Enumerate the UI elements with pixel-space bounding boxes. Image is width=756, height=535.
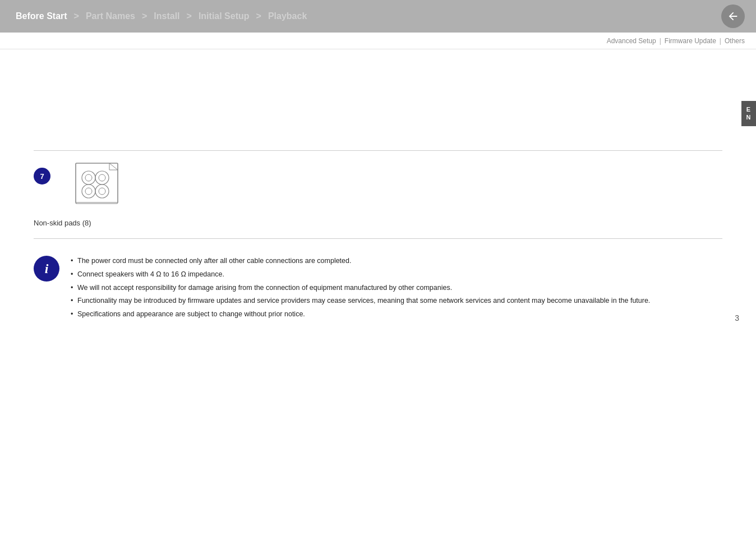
nav-before-start[interactable]: Before Start xyxy=(11,11,72,21)
item-label: Non-skid pads (8) xyxy=(34,219,123,227)
nav-install[interactable]: Install xyxy=(149,11,184,21)
secondary-nav-sep-3: | xyxy=(720,37,721,45)
item-number: 7 xyxy=(34,168,50,185)
info-section: i The power cord must be connected only … xyxy=(34,256,722,322)
secondary-nav-item-4[interactable]: Others xyxy=(725,37,745,45)
secondary-nav-item-2[interactable]: Firmware Update xyxy=(665,37,716,45)
info-bullet-2: Connect speakers with 4 Ω to 16 Ω impeda… xyxy=(71,269,650,280)
nav-arrow-1: > xyxy=(74,11,79,21)
info-bullet-1: The power cord must be connected only af… xyxy=(71,256,650,266)
info-list: The power cord must be connected only af… xyxy=(71,256,650,322)
item-row-top: 7 xyxy=(34,162,123,210)
non-skid-pads-illustration xyxy=(73,162,123,208)
info-icon: i xyxy=(34,256,59,282)
item-row: 7 xyxy=(34,150,722,239)
info-bullet-3: We will not accept responsibility for da… xyxy=(71,283,650,293)
top-navigation: Before Start > Part Names > Install > In… xyxy=(0,0,756,33)
nav-part-names[interactable]: Part Names xyxy=(81,11,140,21)
nav-arrow-4: > xyxy=(256,11,261,21)
info-bullet-5: Specifications and appearance are subjec… xyxy=(71,309,650,320)
secondary-nav-item-0[interactable]: Advanced Setup xyxy=(607,37,656,45)
secondary-nav-items: Advanced Setup|Firmware Update|Others xyxy=(607,37,745,45)
nav-arrow-2: > xyxy=(142,11,147,21)
item-image xyxy=(73,162,123,210)
page-number: 3 xyxy=(735,313,739,322)
svg-rect-0 xyxy=(76,163,118,204)
info-bullet-4: Functionality may be introduced by firmw… xyxy=(71,296,650,306)
breadcrumb-nav: Before Start > Part Names > Install > In… xyxy=(11,11,311,21)
nav-initial-setup[interactable]: Initial Setup xyxy=(194,11,254,21)
nav-arrow-3: > xyxy=(187,11,192,21)
secondary-nav-sep-1: | xyxy=(660,37,661,45)
secondary-navigation: Advanced Setup|Firmware Update|Others xyxy=(0,33,756,49)
back-button[interactable] xyxy=(721,4,745,28)
nav-playback[interactable]: Playback xyxy=(264,11,311,21)
main-content: 7 xyxy=(0,49,756,334)
